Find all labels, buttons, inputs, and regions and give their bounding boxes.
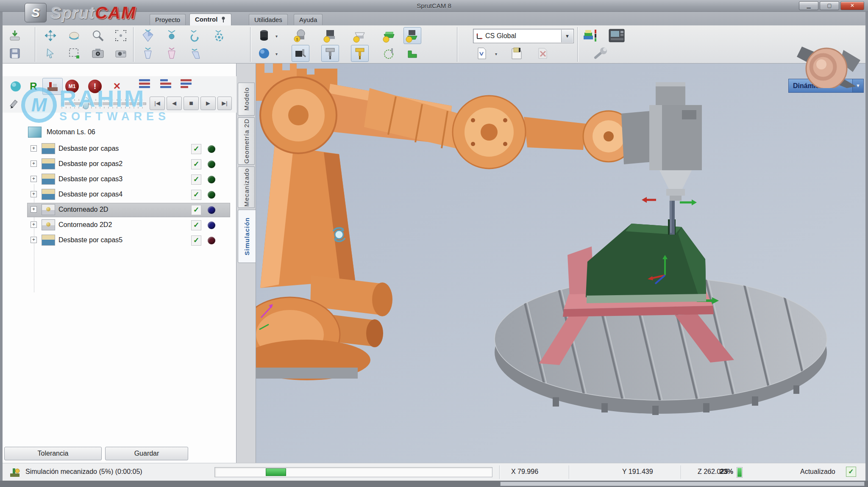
view-front-button[interactable] (139, 45, 157, 62)
op-plane-button[interactable] (351, 27, 369, 44)
enabled-check[interactable]: ✓ (191, 190, 201, 200)
tree-row-desbaste3[interactable]: + Desbaste por capas3 ✓ (3, 172, 234, 187)
tree-row-contorneado2d2[interactable]: + Contorneado 2D2 ✓ (3, 218, 234, 232)
expander-icon[interactable]: + (31, 237, 37, 243)
import-model-button[interactable] (6, 27, 24, 44)
sim-result-button[interactable] (403, 45, 421, 62)
toolpath-color-dot[interactable] (208, 145, 215, 153)
simulate-machine-button[interactable] (42, 78, 63, 95)
view-rotate-cw-button[interactable] (186, 27, 204, 44)
toolpath-color-dot[interactable] (208, 237, 215, 244)
op-roughing-button[interactable]: $ (292, 27, 309, 44)
reset-button[interactable]: R (26, 79, 41, 94)
m1-stop-button[interactable]: M1 (65, 80, 79, 93)
viewport-3d[interactable]: Dinámico ▼ (256, 64, 865, 463)
snapshot-button[interactable] (89, 45, 107, 62)
tab-ayuda[interactable]: Ayuda (294, 14, 323, 25)
maximize-button[interactable]: ▢ (820, 1, 839, 10)
workpiece-sphere-button[interactable] (255, 45, 273, 62)
toolpath-color-dot[interactable] (208, 160, 215, 168)
expander-icon[interactable]: + (31, 145, 37, 152)
tree-row-desbaste5[interactable]: + Desbaste por capas5 ✓ (3, 233, 234, 248)
view-top-button[interactable] (163, 27, 181, 44)
expander-icon[interactable]: + (31, 221, 37, 228)
warning-stop-button[interactable]: ! (88, 80, 102, 93)
pan-view-button[interactable] (42, 27, 59, 44)
machine-sphere-icon[interactable] (8, 79, 24, 94)
window-border-bottom[interactable] (0, 481, 868, 487)
toolpath-next-button[interactable] (179, 79, 192, 89)
sim-box-tool-button[interactable] (292, 45, 309, 62)
tree-root-machine[interactable]: Motoman Ls. 06 (3, 125, 234, 140)
toolpath-color-dot[interactable] (208, 206, 215, 214)
sim-spindle-gray-button[interactable] (321, 45, 339, 62)
simulation-mode-button[interactable] (581, 27, 599, 44)
toolpath-list-button[interactable] (137, 79, 150, 89)
tab-utilidades[interactable]: Utilidades (249, 14, 288, 25)
tab-simulacion[interactable]: Simulación (238, 210, 256, 263)
workpiece-dropdown-arrow[interactable]: ▾ (275, 52, 278, 56)
view-iso-button[interactable] (139, 27, 157, 44)
stock-cylinder-button[interactable] (255, 27, 273, 44)
save-button[interactable] (6, 45, 24, 62)
close-button[interactable]: ✕ (840, 1, 864, 10)
tree-row-desbaste2[interactable]: + Desbaste por capas2 ✓ (3, 157, 234, 172)
minimize-button[interactable]: ▁ (799, 1, 818, 10)
expander-icon[interactable]: + (31, 206, 37, 213)
sim-spindle-gold-button[interactable] (351, 45, 369, 62)
enabled-check[interactable]: ✓ (191, 235, 201, 246)
speed-slider-thumb[interactable] (83, 97, 89, 109)
rotate-view-button[interactable] (65, 27, 83, 44)
tab-proyecto[interactable]: Proyecto (150, 14, 186, 25)
resize-grip[interactable] (500, 481, 865, 486)
machine-panel-button[interactable] (608, 27, 626, 44)
play-button[interactable]: ▶ (200, 97, 216, 110)
expander-icon[interactable]: + (31, 160, 37, 167)
postprocess-doc-button[interactable] (508, 45, 526, 62)
view-rotate-ccw-button[interactable] (210, 27, 228, 44)
select-cursor-button[interactable] (42, 45, 59, 62)
enabled-check[interactable]: ✓ (191, 159, 201, 169)
expander-icon[interactable]: + (31, 191, 37, 197)
stop-button[interactable]: ■ (184, 97, 199, 110)
marquee-select-button[interactable] (65, 45, 83, 62)
enabled-check[interactable]: ✓ (191, 174, 201, 185)
enabled-check[interactable]: ✓ (191, 144, 201, 154)
guardar-button[interactable]: Guardar (105, 447, 188, 460)
edit-pencil-button[interactable] (6, 97, 25, 112)
tolerancia-button[interactable]: Tolerancia (4, 447, 102, 460)
gcode-doc-button[interactable] (473, 45, 491, 62)
stock-dropdown-arrow[interactable]: ▾ (275, 34, 278, 39)
coordinate-system-combo[interactable]: CS Global ▼ (473, 29, 574, 43)
op-waterline-button[interactable] (321, 27, 339, 44)
tree-row-contorneado2d-selected[interactable]: + Contorneado 2D ✓ (3, 203, 234, 217)
snapshot-settings-button[interactable] (112, 45, 130, 62)
enabled-check[interactable]: ✓ (191, 205, 201, 215)
wrench-settings-button[interactable] (592, 45, 609, 62)
gcode-dropdown-arrow[interactable]: ▾ (495, 52, 497, 56)
tab-geometria-2d[interactable]: Geometría 2D (238, 117, 255, 165)
skip-to-end-button[interactable]: ▶| (217, 97, 232, 110)
skip-to-start-button[interactable]: |◀ (150, 97, 165, 110)
cancel-doc-button[interactable] (534, 45, 552, 62)
expander-icon[interactable]: + (31, 176, 37, 182)
zoom-view-button[interactable] (89, 27, 107, 44)
delete-button[interactable]: ✕ (109, 79, 125, 94)
enabled-check[interactable]: ✓ (191, 220, 201, 230)
simulation-speed-slider[interactable] (61, 102, 146, 105)
fit-view-button[interactable] (112, 27, 130, 44)
view-side-button[interactable] (186, 45, 204, 62)
sim-stock-dotted-button[interactable] (381, 45, 398, 62)
toolpath-color-dot[interactable] (208, 191, 215, 199)
tab-modelo[interactable]: Modelo (238, 83, 255, 116)
op-finishing-button[interactable] (381, 27, 398, 44)
toolpath-color-dot[interactable] (208, 176, 215, 183)
toolpath-prev-button[interactable] (159, 79, 171, 89)
tab-control[interactable]: Control (189, 14, 231, 25)
tab-mecanizado[interactable]: Mecanizado (238, 166, 255, 208)
tree-row-desbaste4[interactable]: + Desbaste por capas4 ✓ (3, 188, 234, 202)
toolpath-color-dot[interactable] (208, 221, 215, 229)
op-machine-green-button[interactable] (403, 27, 421, 44)
step-back-button[interactable]: ◀ (167, 97, 182, 110)
tree-row-desbaste1[interactable]: + Desbaste por capas ✓ (3, 142, 234, 156)
